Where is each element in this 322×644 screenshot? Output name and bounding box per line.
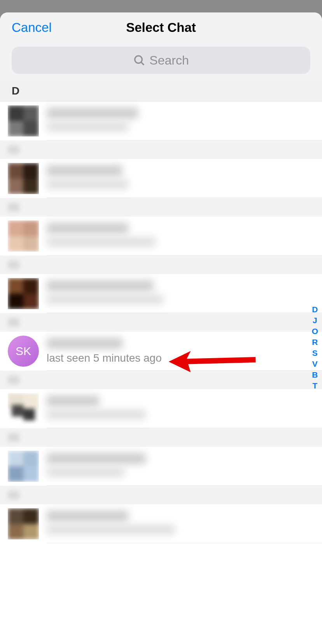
modal-header: Cancel Select Chat Search bbox=[0, 12, 322, 81]
contact-name bbox=[47, 165, 314, 178]
contact-row[interactable] bbox=[0, 217, 322, 256]
contact-status bbox=[47, 410, 314, 422]
contact-row[interactable] bbox=[0, 159, 322, 198]
header-top: Cancel Select Chat bbox=[12, 20, 310, 35]
index-letter[interactable]: B bbox=[310, 369, 319, 380]
index-letter[interactable]: T bbox=[311, 380, 319, 391]
contact-row[interactable] bbox=[0, 447, 322, 486]
search-input[interactable]: Search bbox=[12, 47, 310, 74]
contact-status bbox=[47, 122, 314, 134]
section-gap bbox=[0, 486, 322, 504]
contact-status bbox=[47, 179, 314, 192]
contact-info bbox=[47, 396, 314, 422]
contact-name bbox=[47, 453, 314, 466]
alphabet-index[interactable]: DJORSVBT bbox=[310, 304, 320, 391]
index-letter[interactable]: O bbox=[310, 326, 320, 337]
contact-list[interactable]: SKlast seen 5 minutes ago bbox=[0, 102, 322, 543]
contact-name bbox=[47, 511, 314, 523]
contact-name bbox=[47, 396, 314, 408]
contact-info bbox=[47, 108, 314, 134]
contact-status bbox=[47, 467, 314, 480]
search-icon bbox=[133, 54, 145, 66]
contact-name bbox=[47, 108, 314, 120]
contact-info bbox=[47, 223, 314, 249]
avatar bbox=[8, 163, 39, 194]
section-gap bbox=[0, 313, 322, 332]
search-placeholder: Search bbox=[149, 53, 189, 68]
contact-status bbox=[47, 237, 314, 249]
contact-status bbox=[47, 294, 314, 307]
contact-row[interactable] bbox=[0, 504, 322, 543]
index-letter[interactable]: J bbox=[311, 315, 319, 326]
contact-row[interactable] bbox=[0, 274, 322, 313]
section-gap bbox=[0, 256, 322, 274]
avatar bbox=[8, 278, 39, 309]
section-header: D bbox=[0, 81, 322, 102]
section-gap bbox=[0, 198, 322, 217]
section-gap bbox=[0, 140, 322, 159]
index-letter[interactable]: V bbox=[311, 359, 319, 369]
contact-row[interactable] bbox=[0, 389, 322, 428]
avatar bbox=[8, 105, 39, 136]
modal-title: Select Chat bbox=[126, 20, 196, 35]
contact-status bbox=[47, 525, 314, 537]
index-letter[interactable]: R bbox=[310, 337, 319, 348]
avatar bbox=[8, 393, 39, 424]
contact-name bbox=[47, 280, 314, 293]
section-gap bbox=[0, 371, 322, 389]
svg-line-1 bbox=[142, 62, 144, 65]
contact-name bbox=[47, 338, 314, 350]
select-chat-modal: Cancel Select Chat Search D SKlast seen … bbox=[0, 12, 322, 644]
section-gap bbox=[0, 428, 322, 447]
cancel-button[interactable]: Cancel bbox=[12, 20, 52, 35]
avatar: SK bbox=[8, 336, 39, 367]
contact-info bbox=[47, 280, 314, 307]
contact-status: last seen 5 minutes ago bbox=[47, 352, 314, 364]
contact-info bbox=[47, 511, 314, 537]
contact-info: last seen 5 minutes ago bbox=[47, 338, 314, 364]
avatar bbox=[8, 508, 39, 539]
contact-row[interactable] bbox=[0, 102, 322, 140]
index-letter[interactable]: D bbox=[310, 304, 319, 315]
avatar bbox=[8, 451, 39, 482]
contact-info bbox=[47, 453, 314, 480]
svg-point-0 bbox=[135, 56, 142, 63]
contact-row[interactable]: SKlast seen 5 minutes ago bbox=[0, 332, 322, 371]
avatar bbox=[8, 220, 39, 252]
index-letter[interactable]: S bbox=[311, 348, 319, 359]
contact-info bbox=[47, 165, 314, 192]
contact-name bbox=[47, 223, 314, 235]
